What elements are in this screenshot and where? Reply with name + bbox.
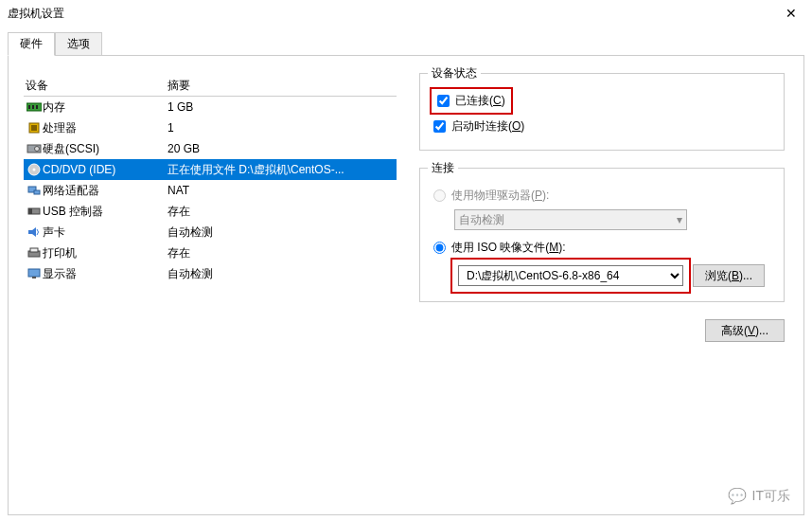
connected-row: 已连接(C) [433, 91, 509, 111]
device-name: 内存 [43, 99, 65, 116]
device-list-pane: 设备 摘要 内存 1 GB 处理器 [9, 56, 397, 514]
chevron-down-icon: ▾ [677, 213, 682, 226]
table-row[interactable]: 打印机 存在 [24, 243, 397, 263]
col-summary-header: 摘要 [166, 78, 376, 94]
table-row[interactable]: USB 控制器 存在 [24, 201, 397, 222]
iso-input-row: D:\虚拟机\CentOS-6.8-x86_64 浏览(B)... [454, 261, 770, 290]
usb-icon [26, 204, 43, 219]
col-device-header: 设备 [24, 78, 166, 94]
device-summary: 1 GB [166, 100, 376, 114]
table-row[interactable]: 处理器 1 [24, 117, 397, 138]
connected-checkbox[interactable] [437, 95, 450, 107]
watermark: 💬 IT可乐 [728, 487, 790, 505]
device-name: 网络适配器 [43, 183, 99, 199]
device-summary: NAT [166, 184, 376, 197]
svg-rect-5 [31, 125, 37, 131]
device-summary: 1 [166, 121, 376, 135]
memory-icon [26, 99, 43, 115]
connect-at-poweron-label: 启动时连接(O) [451, 118, 524, 135]
device-name: 打印机 [43, 245, 77, 261]
device-name: 声卡 [43, 225, 65, 241]
hdd-icon [26, 141, 43, 156]
cd-icon [26, 162, 43, 177]
svg-rect-16 [30, 248, 38, 252]
watermark-text: IT可乐 [752, 488, 790, 505]
physical-drive-row: 使用物理驱动器(P): [433, 188, 770, 204]
tab-label: 选项 [67, 37, 90, 50]
wechat-icon: 💬 [728, 487, 747, 505]
svg-rect-13 [28, 208, 32, 214]
svg-rect-11 [34, 190, 40, 194]
device-name: 处理器 [43, 120, 77, 136]
groupbox-title: 连接 [428, 160, 458, 176]
table-row[interactable]: 声卡 自动检测 [24, 222, 397, 243]
table-row[interactable]: 硬盘(SCSI) 20 GB [24, 138, 397, 159]
svg-rect-18 [32, 277, 36, 278]
device-summary: 存在 [166, 245, 376, 261]
table-row[interactable]: 显示器 自动检测 [24, 263, 397, 284]
window-title: 虚拟机设置 [8, 6, 64, 22]
iso-row: 使用 ISO 映像文件(M): [433, 240, 770, 256]
svg-point-9 [33, 169, 36, 171]
table-row[interactable]: CD/DVD (IDE) 正在使用文件 D:\虚拟机\CentOS-... [24, 159, 397, 180]
device-status-groupbox: 设备状态 已连接(C) 启动时连接(O) [419, 73, 785, 151]
device-table-header: 设备 摘要 [24, 75, 397, 97]
connected-label: 已连接(C) [455, 93, 505, 109]
window-close-button[interactable]: ✕ [769, 0, 812, 27]
connect-at-poweron-row: 启动时连接(O) [433, 118, 770, 135]
table-row[interactable]: 内存 1 GB [24, 97, 397, 117]
table-row[interactable]: 网络适配器 NAT [24, 180, 397, 201]
svg-rect-2 [32, 105, 34, 109]
display-icon [26, 266, 43, 281]
physical-drive-radio[interactable] [433, 189, 446, 202]
physical-drive-label: 使用物理驱动器(P): [451, 188, 549, 204]
device-name: 显示器 [43, 266, 77, 282]
browse-button[interactable]: 浏览(B)... [693, 264, 765, 287]
physical-drive-combo[interactable]: 自动检测 ▾ [454, 209, 687, 230]
groupbox-title: 设备状态 [428, 65, 481, 81]
iso-label: 使用 ISO 映像文件(M): [451, 240, 566, 256]
device-summary: 自动检测 [166, 225, 376, 241]
tab-label: 硬件 [20, 37, 43, 50]
iso-path-combo[interactable]: D:\虚拟机\CentOS-6.8-x86_64 [458, 265, 683, 286]
device-name: USB 控制器 [43, 204, 103, 220]
svg-rect-1 [28, 105, 30, 109]
svg-marker-14 [28, 227, 36, 237]
device-settings-pane: 设备状态 已连接(C) 启动时连接(O) 连接 使用物理驱动器(P): [397, 56, 803, 514]
physical-drive-combo-wrap: 自动检测 ▾ [454, 209, 770, 230]
connect-at-poweron-checkbox[interactable] [433, 120, 446, 133]
connection-groupbox: 连接 使用物理驱动器(P): 自动检测 ▾ 使用 ISO 映像文件(M): [419, 168, 785, 302]
device-summary: 自动检测 [166, 266, 376, 282]
svg-rect-3 [36, 105, 38, 109]
device-summary: 正在使用文件 D:\虚拟机\CentOS-... [166, 162, 376, 178]
tab-strip: 硬件 选项 [0, 27, 812, 55]
device-name: CD/DVD (IDE) [43, 163, 115, 176]
advanced-button[interactable]: 高级(V)... [705, 319, 785, 342]
svg-point-7 [35, 147, 40, 152]
device-summary: 存在 [166, 204, 376, 220]
sound-icon [26, 225, 43, 240]
device-name: 硬盘(SCSI) [43, 141, 99, 157]
printer-icon [26, 245, 43, 260]
tab-options[interactable]: 选项 [55, 32, 102, 55]
advanced-button-row: 高级(V)... [419, 319, 785, 342]
svg-rect-17 [28, 269, 40, 277]
window-titlebar: 虚拟机设置 ✕ [0, 0, 812, 27]
iso-radio[interactable] [433, 242, 446, 254]
tab-hardware[interactable]: 硬件 [8, 32, 55, 56]
cpu-icon [26, 120, 43, 135]
physical-drive-value: 自动检测 [459, 212, 504, 228]
device-summary: 20 GB [166, 142, 376, 155]
hardware-panel: 设备 摘要 内存 1 GB 处理器 [8, 55, 804, 515]
device-table: 设备 摘要 内存 1 GB 处理器 [24, 75, 397, 284]
network-icon [26, 183, 43, 198]
